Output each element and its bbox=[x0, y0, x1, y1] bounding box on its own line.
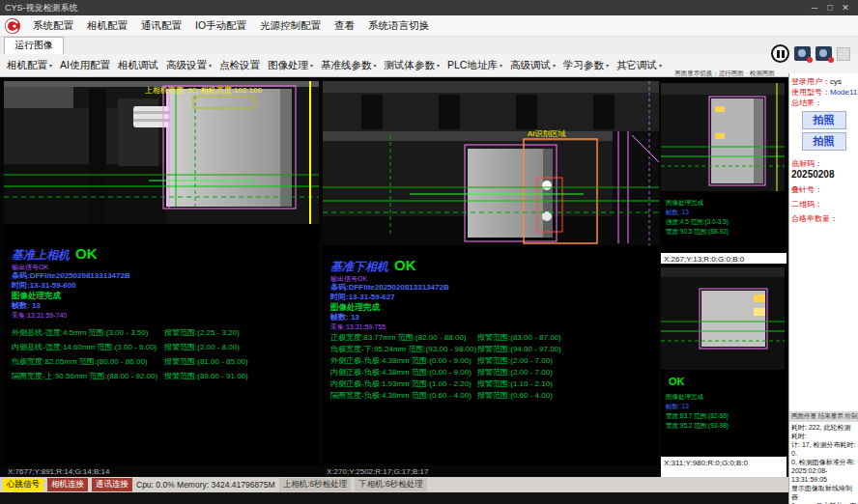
svg-text:帧数: 13: 帧数: 13 bbox=[666, 209, 689, 216]
toolbar-icon-group bbox=[771, 44, 850, 63]
comm-connection-badge: 通讯连接 bbox=[92, 478, 132, 491]
svg-text:宽度:90.5 范围:(88-92): 宽度:90.5 范围:(88-92) bbox=[666, 228, 729, 236]
camera-connection-badge: 相机连接 bbox=[47, 478, 88, 491]
tb-ai-config[interactable]: AI使用配置 bbox=[56, 57, 114, 74]
measurement-row: 内侧正极-负极:1.93mm 范围:(1.00 - 2.20)报警范围:(1.1… bbox=[330, 378, 655, 390]
chevron-down-icon: ▾ bbox=[310, 62, 313, 69]
output-signal: 输出信号OK bbox=[12, 264, 130, 271]
maximize-button[interactable]: □ bbox=[822, 0, 838, 15]
menu-item-system-config[interactable]: 系统配置 bbox=[26, 17, 80, 35]
svg-text:强度:4.5 范围:(3.0-3.5): 强度:4.5 范围:(3.0-3.5) bbox=[666, 218, 729, 226]
height-overlay-label: 上相机高度: 93; 相机高度:102.100 bbox=[144, 86, 262, 95]
chevron-down-icon: ▾ bbox=[606, 62, 609, 69]
camera-lower-info: 基准下相机OK 输出信号OK 条码:DFFlite202502081331347… bbox=[330, 257, 449, 331]
lower-camera-status: 下相机:6秒检处理 bbox=[355, 478, 427, 491]
measurement-list-lower: 正极宽度:83.77mm 范围:(82.00 - 88.00)报警范围:(83.… bbox=[330, 332, 655, 402]
tb-image-process[interactable]: 图像处理▾ bbox=[264, 57, 317, 74]
heartbeat-status-badge: 心跳信号 bbox=[3, 478, 43, 491]
thumbnail-column: 图像处理完成 帧数: 13 强度:4.5 范围:(3.0-3.5) 宽度:90.… bbox=[661, 77, 786, 477]
pause-icon[interactable] bbox=[771, 44, 789, 63]
tb-learning-params[interactable]: 学习参数▾ bbox=[559, 57, 613, 74]
tb-other-debug[interactable]: 其它调试▾ bbox=[613, 57, 666, 74]
pixel-coords-lower: X:270;Y:2502;R:17;G:17;B:17 bbox=[327, 467, 428, 476]
minimize-button[interactable]: ─ bbox=[807, 0, 822, 15]
svg-text:宽度:95.2 范围:(93-98): 宽度:95.2 范围:(93-98) bbox=[666, 422, 729, 430]
login-user-value[interactable]: cys bbox=[830, 77, 842, 86]
connector-part bbox=[133, 106, 170, 127]
capture-time: 采集:13:31:59-740 bbox=[12, 311, 130, 320]
camera-capture-icon[interactable] bbox=[815, 46, 832, 61]
login-user-label: 登录用户： bbox=[791, 77, 830, 86]
svg-text:宽度:83.7 范围:(82-88): 宽度:83.7 范围:(82-88) bbox=[666, 412, 729, 420]
chevron-down-icon: ▾ bbox=[437, 62, 440, 69]
menu-item-camera-config[interactable]: 相机配置 bbox=[80, 17, 134, 35]
frame-count: 帧数: 13 bbox=[12, 301, 130, 311]
svg-text:OK: OK bbox=[669, 376, 685, 387]
needle-label: 叠针号： bbox=[791, 184, 856, 195]
menu-bar: 系统配置 相机配置 通讯配置 IO手动配置 光源控制配置 查看 系统语言切换 bbox=[0, 15, 858, 37]
tab-run-image[interactable]: 运行图像 bbox=[4, 37, 64, 54]
tb-baseline-params[interactable]: 基准线参数▾ bbox=[317, 57, 381, 74]
model-value[interactable]: Mode11 bbox=[830, 88, 857, 97]
menu-item-io-manual-config[interactable]: IO手动配置 bbox=[188, 17, 253, 35]
ai-area-label: AI识别区域 bbox=[528, 129, 566, 138]
tb-camera-debug[interactable]: 相机调试 bbox=[114, 57, 162, 74]
tb-testbody-params[interactable]: 测试体参数▾ bbox=[380, 57, 443, 74]
measurement-row: 正极宽度:83.77mm 范围:(82.00 - 88.00)报警范围:(83.… bbox=[330, 332, 655, 344]
pixel-coords-upper: X:7677;Y:891;R:14;G:14;B:14 bbox=[8, 467, 109, 476]
tb-camera-config[interactable]: 相机配置▾ bbox=[3, 57, 56, 74]
camera-lower-photo[interactable]: AI识别区域 bbox=[323, 81, 659, 245]
measurement-row: 负极宽度-下:95.24mm 范围:(93.00 - 98.00)报警范围:(9… bbox=[330, 344, 655, 355]
close-button[interactable]: ✕ bbox=[838, 0, 853, 15]
camera-view-lower[interactable]: AI识别区域 基准下相机OK 输出信号OK 条码:DFFlite20250208… bbox=[323, 81, 659, 465]
measurement-list-upper: 外侧基线-强度:4.5mm 范围:(3.00 - 3.50)报警范围:(2.25… bbox=[12, 327, 315, 385]
bottom-filler bbox=[0, 492, 788, 504]
result-badge: OK bbox=[75, 245, 98, 262]
menu-item-language-switch[interactable]: 系统语言切换 bbox=[361, 17, 436, 35]
measurement-row: 隔圈宽度-负极:4.36mm 范围:(0.60 - 4.00)报警范围:(0.6… bbox=[330, 390, 655, 402]
camera-title: 基准下相机 bbox=[330, 259, 388, 275]
workpiece-block bbox=[468, 149, 553, 238]
weld-spot bbox=[542, 181, 552, 190]
time-line: 时间:13-31-59-600 bbox=[12, 281, 130, 291]
panel-band: 画面停显 结果显示 绘制显示 bbox=[789, 411, 858, 422]
app-window: CYS-视觉检测系统 ─ □ ✕ 系统配置 相机配置 通讯配置 IO手动配置 光… bbox=[0, 0, 858, 504]
camera-record-icon[interactable] bbox=[794, 46, 811, 61]
upper-camera-status: 上相机:6秒检处理 bbox=[279, 478, 352, 491]
tab-strip: 运行图像 bbox=[0, 37, 858, 54]
app-logo-icon bbox=[4, 17, 21, 35]
camera-view-upper[interactable]: 上相机高度: 93; 相机高度:102.100 基准上相机OK 输出信号OK 条… bbox=[4, 81, 319, 465]
thumbnail-bottom[interactable]: OK 图像处理完成 帧数: 13 宽度:83.7 范围:(82-88) 宽度:9… bbox=[661, 264, 786, 457]
main-image-area: 上相机高度: 93; 相机高度:102.100 基准上相机OK 输出信号OK 条… bbox=[0, 77, 788, 477]
total-result-label: 总结果： bbox=[791, 98, 856, 108]
result-box-lower: 拍照 bbox=[802, 132, 846, 151]
thumbnail-top[interactable]: 图像处理完成 帧数: 13 强度:4.5 范围:(3.0-3.5) 宽度:90.… bbox=[661, 77, 786, 253]
bottom-code-label: 底标码： bbox=[791, 158, 856, 169]
cpu-memory-text: Cpu: 0.0% Memory: 3424.41796875M bbox=[136, 480, 275, 490]
placeholder-icon bbox=[837, 47, 850, 61]
menu-item-comm-config[interactable]: 通讯配置 bbox=[134, 17, 188, 35]
pixel-coords-thumb-top: X:267;Y:13;R:0;G:0;B:0 bbox=[661, 253, 786, 264]
pass-count-label: 合格率数量： bbox=[791, 213, 856, 224]
frame-count: 帧数: 13 bbox=[330, 313, 449, 322]
chevron-down-icon: ▾ bbox=[500, 62, 502, 69]
tb-advanced-settings[interactable]: 高级设置▾ bbox=[162, 57, 215, 74]
menu-item-light-control-config[interactable]: 光源控制配置 bbox=[253, 17, 328, 35]
barcode-line: 条码:DFFlite2025020813313472B bbox=[330, 283, 449, 293]
menu-item-view[interactable]: 查看 bbox=[328, 17, 361, 35]
time-line: 时间:13-31-59-627 bbox=[330, 293, 449, 302]
tb-spot-check[interactable]: 点检设置 bbox=[215, 57, 264, 74]
process-status: 图像处理完成 bbox=[12, 291, 130, 301]
measurement-row: 隔圈宽度-上:90.56mm 范围:(88.00 - 92.00)报警范围:(8… bbox=[12, 371, 315, 385]
chevron-down-icon: ▾ bbox=[659, 62, 662, 69]
view-mode-caption: 画面显示切换：运行画面 · 检测画面 bbox=[663, 70, 786, 78]
status-bar: 心跳信号 相机连接 通讯连接 Cpu: 0.0% Memory: 3424.41… bbox=[0, 477, 788, 492]
tb-plc-address[interactable]: PLC地址库▾ bbox=[443, 57, 506, 74]
workpiece-block bbox=[166, 89, 292, 207]
result-panel: 登录用户：cys 使用型号：Mode11 总结果： 拍照 拍照 底标码： 202… bbox=[788, 73, 858, 504]
tb-advanced-debug[interactable]: 高级调试▾ bbox=[506, 57, 559, 74]
chevron-down-icon: ▾ bbox=[49, 62, 52, 69]
output-signal: 输出信号OK bbox=[330, 275, 449, 283]
camera-upper-photo[interactable]: 上相机高度: 93; 相机高度:102.100 bbox=[4, 81, 319, 224]
svg-text:帧数: 13: 帧数: 13 bbox=[666, 403, 689, 410]
